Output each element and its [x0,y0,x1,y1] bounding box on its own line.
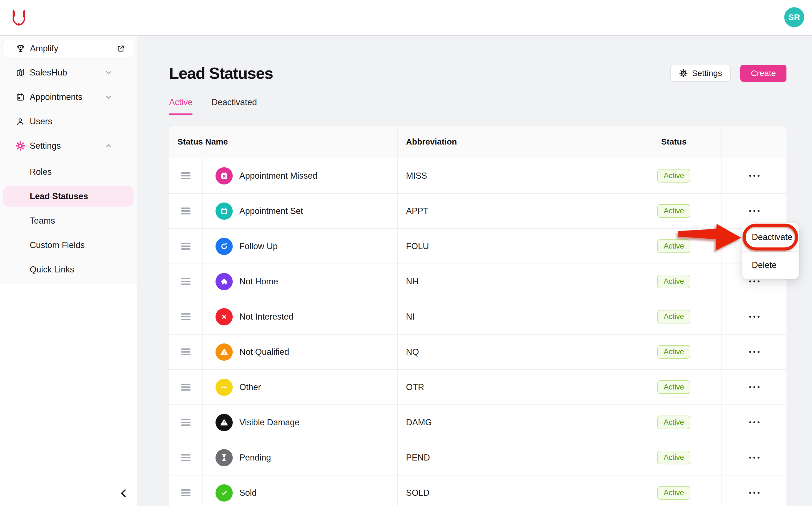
column-header-abbreviation: Abbreviation [398,126,626,158]
trophy-icon [16,44,25,53]
hourglass-icon [215,449,233,466]
drag-handle-icon[interactable] [181,276,191,286]
status-name: Not Interested [240,312,293,322]
table-row: Appointment Set APPT Active [169,193,787,228]
status-name: Other [240,382,261,392]
table-header: Status Name Abbreviation Status [169,126,787,158]
ellipsis-icon [215,379,233,396]
status-abbreviation: NQ [398,335,626,369]
gear-icon [679,69,688,78]
tabs: Active Deactivated [169,97,787,115]
kebab-menu-icon[interactable] [746,207,762,215]
status-badge: Active [657,486,691,500]
page-title: Lead Statuses [169,64,273,82]
status-name: Sold [240,488,257,498]
table-row: Not Interested NI Active [169,299,787,334]
table-row: Appointment Missed MISS Active [169,158,787,193]
sidebar-item-label: SalesHub [30,68,67,78]
drag-handle-icon[interactable] [181,171,191,181]
drag-handle-icon[interactable] [181,488,191,498]
drag-handle-icon[interactable] [181,241,191,251]
home-icon [215,273,233,290]
sidebar-item-settings[interactable]: Settings [0,134,137,158]
kebab-menu-icon[interactable] [746,278,762,285]
sidebar-item-label: Amplify [30,44,58,54]
chevron-up-icon [104,142,113,150]
sidebar-item-appointments[interactable]: Appointments [0,85,137,109]
kebab-menu-icon[interactable] [746,172,762,179]
chevron-down-icon [104,68,113,77]
top-bar: SR [0,0,812,36]
status-abbreviation: NI [398,299,626,334]
refresh-icon [215,238,233,255]
sidebar-item-label: Users [30,116,52,126]
sidebar-item-quick-links[interactable]: Quick Links [0,257,137,282]
drag-handle-icon[interactable] [181,418,191,427]
table-row: Follow Up FOLU Active [169,228,787,264]
warning-icon [215,343,233,361]
sidebar-collapse-button[interactable] [118,486,134,501]
status-abbreviation: APPT [398,194,626,228]
drag-handle-icon[interactable] [181,382,191,392]
kebab-menu-icon[interactable] [746,454,762,461]
settings-button[interactable]: Settings [670,65,731,82]
status-name: Not Qualified [240,347,289,357]
status-name: Not Home [240,276,278,286]
table-row: Other OTR Active [169,369,787,405]
kebab-menu-icon[interactable] [746,348,762,356]
gear-icon [15,141,25,151]
brand-logo-icon[interactable] [11,9,27,26]
status-badge: Active [657,239,691,253]
drag-handle-icon[interactable] [181,206,191,216]
sidebar-item-label: Settings [30,141,61,151]
drag-handle-icon[interactable] [181,347,191,357]
row-context-menu: Deactivate Delete [742,223,799,279]
status-abbreviation: OTR [398,370,626,405]
sidebar-item-users[interactable]: Users [0,109,137,134]
settings-button-label: Settings [692,69,722,78]
status-badge: Active [657,451,691,465]
avatar[interactable]: SR [784,7,804,27]
kebab-menu-icon[interactable] [746,313,762,320]
sidebar-item-teams[interactable]: Teams [0,208,137,233]
status-abbreviation: FOLU [398,229,626,264]
kebab-menu-icon[interactable] [746,419,762,426]
sidebar-item-custom-fields[interactable]: Custom Fields [0,233,137,257]
sidebar: Amplify SalesHub [0,36,137,506]
drag-handle-icon[interactable] [181,312,191,322]
kebab-menu-icon[interactable] [746,384,762,391]
sidebar-item-amplify[interactable]: Amplify [2,40,134,57]
status-abbreviation: DAMG [398,405,626,440]
settings-submenu: Roles Lead Statuses Teams Custom Fields … [0,160,137,282]
calendar-icon [215,202,233,220]
create-button[interactable]: Create [740,65,787,82]
status-abbreviation: PEND [398,440,626,475]
status-name: Follow Up [240,241,278,251]
tab-deactivated[interactable]: Deactivated [211,97,257,114]
status-name: Appointment Missed [240,171,318,181]
sidebar-item-saleshub[interactable]: SalesHub [0,61,137,85]
x-icon [215,308,233,325]
table-row: Sold SOLD Active [169,475,787,506]
drag-handle-icon[interactable] [181,453,191,462]
menu-item-deactivate[interactable]: Deactivate [742,223,799,251]
menu-item-delete[interactable]: Delete [742,251,799,279]
column-header-status: Status [626,126,722,158]
external-link-icon [117,45,125,53]
kebab-menu-icon[interactable] [746,489,762,497]
map-icon [15,68,25,77]
user-icon [15,117,25,126]
sidebar-item-label: Appointments [30,92,82,102]
chevron-down-icon [104,93,113,101]
status-abbreviation: SOLD [398,476,626,506]
warning-icon [215,414,233,431]
sidebar-item-lead-statuses[interactable]: Lead Statuses [3,186,134,207]
sidebar-nav: Amplify SalesHub [0,36,137,284]
sidebar-item-roles[interactable]: Roles [0,160,137,184]
status-badge: Active [657,169,691,182]
status-badge: Active [657,380,691,394]
status-name: Visible Damage [240,418,299,427]
main-content: Lead Statuses Settings Create Active [137,36,812,506]
tab-active[interactable]: Active [169,97,192,115]
lead-statuses-table: Status Name Abbreviation Status Appointm… [169,126,787,506]
